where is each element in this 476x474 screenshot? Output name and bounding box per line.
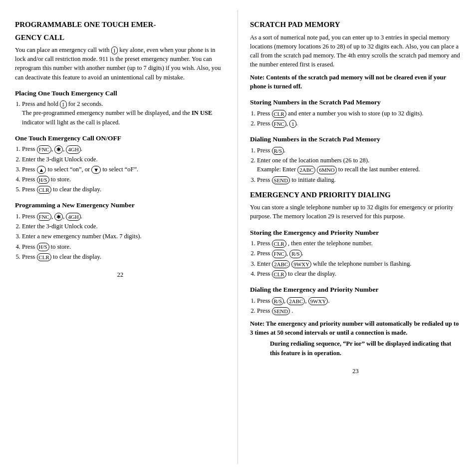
key-fnc-ep: FNC [272, 250, 286, 258]
scratch-intro: As a sort of numerical note pad, you can… [250, 33, 461, 69]
key-1-hold: 1 [60, 100, 67, 108]
sep-item-4: Press CLR to clear the display. [257, 269, 461, 278]
left-main-title: PROGRAMMABLE ONE TOUCH EMER- GENCY CALL [15, 20, 226, 42]
onoff-item-4: Press H/S to store. [22, 175, 226, 184]
scratch-title: SCRATCH PAD MEMORY [250, 20, 461, 30]
intro-paragraph: You can place an emergency call with 1 k… [15, 45, 226, 82]
onoff-item-1: Press FNC, ✱, 4GH. [22, 144, 226, 153]
key-9wxy-ep: 9WXY [291, 260, 311, 268]
dialing-ep-title: Dialing the Emergency and Priority Numbe… [250, 285, 461, 294]
storing-list: Press CLR and enter a number you wish to… [257, 109, 461, 128]
storing-ep-title: Storing the Emergency and Priority Numbe… [250, 228, 461, 237]
key-clr-r: CLR [272, 110, 286, 118]
prog-title: Programming a New Emergency Number [15, 201, 226, 210]
scratch-note: Note: Contents of the scratch pad memory… [250, 73, 461, 91]
dialing-title: Dialing Numbers in the Scratch Pad Memor… [250, 135, 461, 144]
key-hs2: H/S [37, 243, 49, 251]
title-line2: GENCY CALL [15, 33, 226, 43]
dep-list: Press R/S, 2ABC, 9WXY. Press SEND . [257, 296, 461, 316]
onoff-item-3: Press ▲ to select “on”, or ▼ to select “… [22, 165, 226, 174]
key-clr-ep: CLR [272, 240, 286, 248]
key-clr: CLR [37, 186, 51, 194]
key-1: 1 [111, 46, 118, 54]
right-page-num: 23 [250, 368, 461, 375]
prog-item-1: Press FNC, ✱, 4GH. [22, 212, 226, 221]
key-9wxy-dep: 9WXY [308, 297, 328, 305]
key-fnc-r: FNC [272, 120, 286, 128]
key-up: ▲ [37, 166, 46, 174]
key-clr-ep2: CLR [272, 270, 286, 278]
storing-item-1: Press CLR and enter a number you wish to… [257, 109, 461, 118]
emerg-section: EMERGENCY AND PRIORITY DIALING You can s… [250, 190, 461, 221]
sep-item-2: Press FNC, R/S. [257, 249, 461, 258]
key-down: ▼ [91, 166, 101, 174]
key-fnc2: FNC [37, 213, 51, 221]
dep-item-2: Press SEND . [257, 306, 461, 315]
key-star: ✱ [54, 145, 63, 153]
title-line1: PROGRAMMABLE ONE TOUCH EMER- [15, 20, 226, 30]
key-rs-dep: R/S [272, 297, 284, 305]
sep-list: Press CLR , then enter the telephone num… [257, 239, 461, 278]
key-fnc: FNC [37, 145, 51, 153]
placing-title: Placing One Touch Emergency Call [15, 89, 226, 98]
left-page-num: 22 [15, 271, 226, 279]
emerg-intro: You can store a single telephone number … [250, 203, 461, 221]
sep-item-3: Enter 2ABC 9WXY while the telephone numb… [257, 259, 461, 268]
storing-item-2: Press FNC, 1. [257, 119, 461, 128]
key-6mno: 6MNO [317, 166, 336, 174]
key-2abc-dep: 2ABC [287, 297, 305, 305]
dialing-item-3: Press SEND to initiate dialing. [257, 175, 461, 184]
onoff-list: Press FNC, ✱, 4GH. Enter the 3-digit Unl… [22, 144, 226, 194]
emerg-title: EMERGENCY AND PRIORITY DIALING [250, 190, 461, 200]
onoff-item-2: Enter the 3-digit Unlock code. [22, 155, 226, 164]
prog-item-3: Enter a new emergency number (Max. 7 dig… [22, 232, 226, 241]
placing-item-1: Press and hold 1 for 2 seconds. The pre-… [22, 99, 226, 127]
key-rs: R/S [272, 147, 284, 155]
placing-list: Press and hold 1 for 2 seconds. The pre-… [22, 99, 226, 127]
dep-item-1: Press R/S, 2ABC, 9WXY. [257, 296, 461, 305]
key-star2: ✱ [54, 213, 63, 221]
prog-list: Press FNC, ✱, 4GH. Enter the 3-digit Unl… [22, 212, 226, 261]
dialing-item-2: Enter one of the location numbers (26 to… [257, 156, 461, 174]
prog-item-5: Press CLR to clear the display. [22, 252, 226, 261]
key-rs-ep: R/S [289, 250, 302, 258]
sep-item-1: Press CLR , then enter the telephone num… [257, 239, 461, 248]
note1: Note: The emergency and priority number … [250, 319, 461, 337]
key-clr2: CLR [37, 253, 51, 261]
key-hs: H/S [37, 176, 49, 184]
onoff-title: One Touch Emergency Call ON/OFF [15, 134, 226, 143]
key-1-r: 1 [289, 120, 296, 128]
key-2abc-ep: 2ABC [272, 260, 290, 268]
onoff-item-5: Press CLR to clear the display. [22, 185, 226, 194]
dialing-list: Press R/S. Enter one of the location num… [257, 146, 461, 184]
page-left: PROGRAMMABLE ONE TOUCH EMER- GENCY CALL … [0, 10, 238, 464]
key-send: SEND [272, 176, 290, 184]
key-send-dep: SEND [272, 307, 290, 315]
page-right: SCRATCH PAD MEMORY As a sort of numerica… [238, 10, 476, 464]
note2: During redialing sequence, “Pr ior” will… [270, 339, 461, 357]
prog-item-4: Press H/S to store. [22, 242, 226, 251]
key-4gh: 4GH [66, 145, 80, 153]
key-4gh2: 4GH [66, 213, 80, 221]
key-2abc: 2ABC [297, 166, 315, 174]
dialing-item-1: Press R/S. [257, 146, 461, 155]
prog-item-2: Enter the 3-digit Unlock code. [22, 222, 226, 231]
storing-title: Storing Numbers in the Scratch Pad Memor… [250, 98, 461, 107]
